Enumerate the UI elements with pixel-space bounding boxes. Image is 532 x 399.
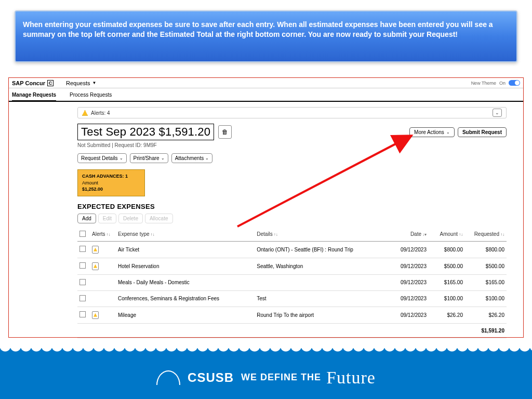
total-value: $1,591.20 — [77, 323, 507, 338]
tagline-b: Future — [326, 368, 376, 387]
col-requested[interactable]: Requested↑↓ — [465, 228, 507, 242]
add-expense-button[interactable]: Add — [77, 214, 96, 223]
col-amount[interactable]: Amount↑↓ — [429, 228, 465, 242]
table-row[interactable]: Conferences, Seminars & Registration Fee… — [77, 290, 507, 307]
row-checkbox[interactable] — [79, 262, 86, 269]
cell-details: Seattle, Washington — [255, 258, 387, 274]
sort-icon: ↓▾ — [422, 232, 427, 237]
alerts-expand-button[interactable]: ⌄ — [493, 109, 502, 117]
sort-icon: ↑↓ — [459, 232, 463, 237]
cell-requested: $165.00 — [465, 274, 507, 290]
col-date[interactable]: Date↓▾ — [387, 228, 429, 242]
row-checkbox[interactable] — [79, 246, 86, 252]
cell-expense-type: Hotel Reservation — [116, 258, 255, 274]
table-row[interactable]: Meals - Daily Meals - Domestic09/12/2023… — [77, 274, 507, 290]
cash-advances-card[interactable]: CASH ADVANCES: 1 Amount $1,252.00 — [77, 169, 145, 196]
edit-expense-button: Edit — [98, 214, 116, 223]
cell-requested: $100.00 — [465, 290, 507, 307]
alert-icon — [92, 262, 99, 270]
instruction-text: When entering your estimated expenses be… — [23, 20, 493, 38]
table-header-row: Alerts↑↓ Expense type↑↓ Details↑↓ Date↓▾… — [77, 228, 507, 242]
cell-requested: $26.20 — [465, 307, 507, 323]
sort-icon: ↑↓ — [107, 232, 111, 237]
cell-details: Round Trip To the airport — [255, 307, 387, 323]
alert-icon — [92, 311, 99, 319]
row-checkbox[interactable] — [79, 311, 86, 317]
theme-toggle-area: New Theme On — [471, 80, 520, 86]
alerts-bar[interactable]: Alerts: 4 ⌄ — [77, 107, 507, 118]
csusb-arch-icon — [156, 370, 180, 385]
cash-advances-heading: CASH ADVANCES: 1 — [82, 173, 140, 180]
cell-expense-type: Mileage — [116, 307, 255, 323]
cell-expense-type: Meals - Daily Meals - Domestic — [116, 274, 255, 290]
menu-requests-label: Requests — [66, 80, 90, 86]
tagline-a: WE DEFINE THE — [241, 372, 321, 382]
menu-requests[interactable]: Requests ▼ — [66, 80, 96, 86]
attachments-label: Attachments — [175, 155, 204, 161]
new-theme-label: New Theme — [471, 81, 496, 86]
request-status-line: Not Submitted | Request ID: 9M9F — [77, 142, 507, 148]
table-row[interactable]: Air TicketOntario (ONT) - Seattle (BFI) … — [77, 241, 507, 258]
chevron-down-icon: ⌄ — [161, 156, 165, 161]
table-row[interactable]: MileageRound Trip To the airport09/12/20… — [77, 307, 507, 323]
expenses-table: Alerts↑↓ Expense type↑↓ Details↑↓ Date↓▾… — [77, 228, 507, 338]
top-bar: SAP Concur C Requests ▼ New Theme On — [9, 78, 523, 88]
print-share-button[interactable]: Print/Share⌄ — [130, 153, 168, 163]
print-share-label: Print/Share — [134, 155, 159, 161]
cell-requested: $500.00 — [465, 258, 507, 274]
instruction-banner: When entering your estimated expenses be… — [15, 10, 517, 62]
brand-glyph: C — [47, 80, 54, 86]
more-actions-label: More Actions — [414, 129, 444, 135]
sort-icon: ↑↓ — [151, 232, 155, 237]
cell-date: 09/12/2023 — [387, 290, 429, 307]
col-details[interactable]: Details↑↓ — [255, 228, 387, 242]
warning-icon — [82, 110, 88, 116]
footer-brand: CSUSB — [188, 370, 234, 385]
table-row[interactable]: Hotel ReservationSeattle, Washington09/1… — [77, 258, 507, 274]
table-total-row: $1,591.20 — [77, 323, 507, 338]
cell-amount: $100.00 — [429, 290, 465, 307]
brand: SAP Concur C — [12, 80, 54, 86]
request-details-button[interactable]: Request Details⌄ — [77, 153, 127, 163]
footer: CSUSB WE DEFINE THE Future — [0, 352, 532, 399]
row-checkbox[interactable] — [79, 295, 86, 301]
cell-details: Ontario (ONT) - Seattle (BFI) : Round Tr… — [255, 241, 387, 258]
brand-text: SAP Concur — [12, 80, 45, 86]
cell-expense-type: Air Ticket — [116, 241, 255, 258]
alert-icon — [92, 246, 99, 254]
tab-process-requests[interactable]: Process Requests — [70, 90, 112, 101]
submit-request-button[interactable]: Submit Request — [458, 127, 507, 137]
chevron-down-icon: ⌄ — [205, 156, 209, 161]
select-all-checkbox[interactable] — [79, 231, 86, 237]
cell-amount: $800.00 — [429, 241, 465, 258]
col-expense-type[interactable]: Expense type↑↓ — [116, 228, 255, 242]
concur-app: SAP Concur C Requests ▼ New Theme On Man… — [8, 77, 524, 338]
request-title[interactable]: Test Sep 2023 $1,591.20 — [77, 124, 214, 140]
attachments-button[interactable]: Attachments⌄ — [171, 153, 213, 163]
cash-amount-value: $1,252.00 — [82, 186, 140, 193]
theme-toggle[interactable] — [509, 80, 520, 86]
cell-date: 09/12/2023 — [387, 274, 429, 290]
request-details-label: Request Details — [81, 155, 118, 161]
chevron-down-icon: ⌄ — [119, 156, 123, 161]
cell-amount: $165.00 — [429, 274, 465, 290]
sub-tabs: Manage Requests Process Requests — [9, 88, 523, 102]
row-checkbox[interactable] — [79, 279, 86, 285]
cell-date: 09/12/2023 — [387, 307, 429, 323]
tab-manage-requests[interactable]: Manage Requests — [12, 90, 56, 102]
allocate-button: Allocate — [145, 214, 173, 223]
section-title: EXPECTED EXPENSES — [77, 203, 507, 210]
chevron-down-icon: ⌄ — [495, 110, 499, 115]
cell-expense-type: Conferences, Seminars & Registration Fee… — [116, 290, 255, 307]
cash-amount-label: Amount — [82, 180, 140, 187]
cell-amount: $26.20 — [429, 307, 465, 323]
cell-requested: $800.00 — [465, 241, 507, 258]
trash-icon: 🗑 — [222, 128, 228, 136]
col-alerts[interactable]: Alerts↑↓ — [90, 228, 116, 242]
cell-date: 09/12/2023 — [387, 241, 429, 258]
chevron-down-icon: ▼ — [92, 81, 96, 85]
more-actions-button[interactable]: More Actions ⌄ — [409, 127, 455, 137]
delete-request-button[interactable]: 🗑 — [218, 125, 232, 139]
alerts-label: Alerts: 4 — [91, 110, 110, 116]
toggle-on-label: On — [499, 81, 506, 86]
